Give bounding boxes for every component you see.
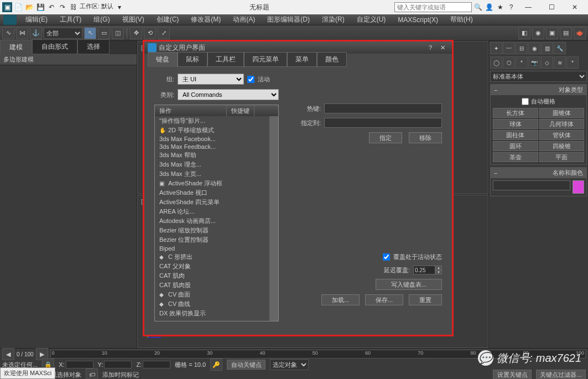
menu-animation[interactable]: 动画(A)	[230, 14, 258, 25]
sphere-button[interactable]: 球体	[493, 119, 538, 129]
select-region-icon[interactable]: ◫	[112, 27, 124, 39]
col-shortcut[interactable]: 快捷键	[227, 105, 254, 116]
menu-render[interactable]: 渲染(R)	[319, 14, 348, 25]
col-action[interactable]: 操作	[155, 105, 227, 116]
primitive-type-select[interactable]: 标准基本体	[490, 71, 587, 82]
render-frame-icon[interactable]: ▤	[560, 27, 572, 39]
timeline-prev-icon[interactable]: ◀	[2, 348, 14, 360]
delay-input[interactable]	[413, 266, 435, 274]
motion-tab-icon[interactable]: ◉	[528, 42, 540, 54]
box-button[interactable]: 长方体	[493, 108, 538, 118]
tab-mouse[interactable]: 鼠标	[178, 52, 207, 67]
scale-tool-icon[interactable]: ⤢	[158, 27, 170, 39]
action-list-item[interactable]: Autodesk 动画商店...	[155, 216, 269, 226]
object-name-input[interactable]	[493, 180, 570, 190]
help-search-input[interactable]	[394, 2, 472, 12]
workspace-label[interactable]: 工作区: 默认	[80, 2, 113, 12]
menu-view[interactable]: 视图(V)	[119, 14, 148, 25]
tag-icon[interactable]: 🏷	[86, 368, 98, 379]
move-tool-icon[interactable]: ✥	[130, 27, 142, 39]
autokey-button[interactable]: 自动关键点	[227, 360, 266, 370]
create-tab-icon[interactable]: ✦	[490, 42, 502, 54]
action-list-item[interactable]: Biped	[155, 245, 269, 252]
new-icon[interactable]: 📄	[13, 2, 23, 12]
keymode-select[interactable]: 选定对象	[270, 359, 309, 370]
load-button[interactable]: 加载...	[321, 294, 360, 305]
undo-icon[interactable]: ↶	[46, 2, 56, 12]
write-button[interactable]: 写入键盘表...	[376, 279, 442, 290]
star-icon[interactable]: ★	[495, 2, 505, 12]
close-button[interactable]: ✕	[564, 0, 586, 14]
select-tool-icon[interactable]: ↖	[84, 27, 96, 39]
tab-freeform[interactable]: 自由形式	[32, 39, 77, 54]
action-list-item[interactable]: ◆C 形挤出	[155, 252, 269, 262]
utilities-tab-icon[interactable]: 🔧	[554, 42, 566, 54]
reset-button[interactable]: 重置	[409, 294, 442, 305]
save-icon[interactable]: 💾	[35, 2, 45, 12]
action-list-item[interactable]: "操作指导"影片...	[155, 116, 269, 126]
key-icon[interactable]: 🔑	[210, 359, 222, 371]
maximize-button[interactable]: ☐	[540, 0, 563, 14]
signin-icon[interactable]: 👤	[484, 2, 494, 12]
display-tab-icon[interactable]: ▥	[541, 42, 553, 54]
action-list-item[interactable]: ▣ActiveShade 浮动框	[155, 179, 269, 188]
rotate-tool-icon[interactable]: ⟲	[144, 27, 156, 39]
helpers-icon[interactable]: ◇	[541, 56, 553, 69]
minimize-button[interactable]: —	[517, 0, 539, 14]
action-list-item[interactable]: ActiveShade 视口	[155, 188, 269, 198]
lights-icon[interactable]: *	[516, 56, 528, 69]
redo-icon[interactable]: ↷	[58, 2, 67, 12]
z-input[interactable]	[143, 361, 170, 368]
tab-keyboard[interactable]: 键盘	[148, 52, 178, 67]
menu-customize[interactable]: 自定义(U)	[353, 14, 389, 25]
action-list-item[interactable]: 3ds Max Feedback...	[155, 143, 269, 150]
action-list-item[interactable]: CAT 父对象	[155, 262, 269, 271]
action-list-item[interactable]: AREA 论坛...	[155, 207, 269, 216]
render-icon[interactable]: 🫖	[574, 27, 586, 39]
spacewarps-icon[interactable]: ≋	[554, 56, 566, 69]
menu-create[interactable]: 创建(C)	[153, 14, 183, 25]
tab-modeling[interactable]: 建模	[0, 40, 32, 54]
action-list-item[interactable]: 3ds Max 理念...	[155, 160, 269, 169]
action-list-item[interactable]: ✋2D 平移缩放模式	[155, 126, 269, 135]
action-list-scrollbar[interactable]	[269, 116, 278, 321]
tab-toolbar[interactable]: 工具栏	[207, 52, 244, 67]
geosphere-button[interactable]: 几何球体	[539, 119, 585, 129]
teapot-button[interactable]: 茶壶	[493, 152, 538, 162]
unlink-tool-icon[interactable]: ⋈	[16, 27, 28, 39]
cylinder-button[interactable]: 圆柱体	[493, 130, 538, 140]
app-menu-icon[interactable]	[3, 15, 17, 25]
render-setup-icon[interactable]: ▣	[546, 27, 558, 39]
hierarchy-tab-icon[interactable]: ⊟	[516, 42, 528, 54]
group-select[interactable]: 主 UI	[178, 74, 244, 85]
menu-grapheditors[interactable]: 图形编辑器(D)	[264, 14, 313, 25]
menu-help[interactable]: 帮助(H)	[447, 14, 476, 25]
object-color-swatch[interactable]	[573, 180, 584, 194]
link-icon[interactable]: ⛓	[69, 2, 79, 12]
plane-button[interactable]: 平面	[539, 152, 585, 162]
action-list-item[interactable]: ActiveShade 四元菜单	[155, 198, 269, 207]
menu-edit[interactable]: 编辑(E)	[22, 14, 51, 25]
action-list-item[interactable]: CAT 肌肉	[155, 271, 269, 281]
material-editor-icon[interactable]: ◉	[532, 27, 544, 39]
tab-select[interactable]: 选择	[77, 39, 110, 54]
torus-button[interactable]: 圆环	[493, 141, 538, 151]
remove-button[interactable]: 移除	[409, 132, 442, 143]
category-select[interactable]: All Commands	[178, 89, 279, 100]
action-list-item[interactable]: ◆CV 曲面	[155, 290, 269, 299]
bind-tool-icon[interactable]: ⚓	[30, 27, 42, 39]
search-icon[interactable]: 🔍	[473, 2, 483, 12]
cone-button[interactable]: 圆锥体	[539, 108, 585, 118]
geometry-icon[interactable]: ◯	[490, 56, 502, 69]
menu-group[interactable]: 组(G)	[90, 14, 113, 25]
dialog-help-icon[interactable]: ?	[424, 43, 436, 53]
action-list-item[interactable]: DX 效果切换显示	[155, 309, 269, 318]
setkey-button[interactable]: 设置关键点	[493, 370, 532, 379]
open-icon[interactable]: 📂	[24, 2, 34, 12]
assign-button[interactable]: 指定	[369, 132, 402, 143]
action-list-item[interactable]: Bezier 位置控制器	[155, 235, 269, 245]
addtime-label[interactable]: 添加时间标记	[102, 371, 139, 379]
schematic-view-icon[interactable]: ◧	[518, 27, 530, 39]
link-tool-icon[interactable]: ∿	[2, 27, 14, 39]
autogrid-checkbox[interactable]	[522, 98, 529, 105]
